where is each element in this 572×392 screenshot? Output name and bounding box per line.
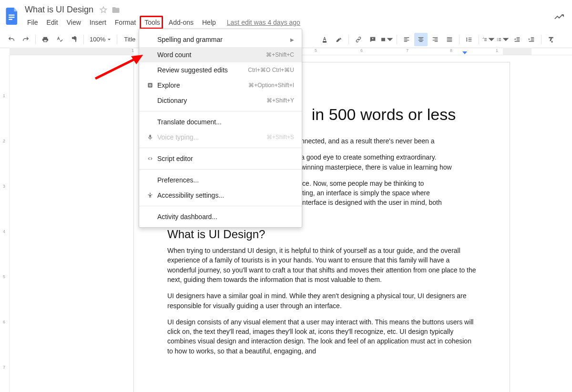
tools-item-label: Dictionary bbox=[157, 97, 266, 104]
insert-comment-button[interactable] bbox=[366, 33, 379, 46]
decrease-indent-button[interactable] bbox=[511, 33, 524, 46]
mic-icon bbox=[145, 134, 155, 141]
svg-rect-5 bbox=[337, 42, 342, 42]
title-bar: What is UI Design FileEditViewInsertForm… bbox=[0, 0, 572, 28]
insert-image-button[interactable] bbox=[380, 33, 394, 46]
text-color-button[interactable] bbox=[318, 33, 331, 46]
tools-item-label: Voice typing... bbox=[157, 133, 266, 141]
doc-paragraph[interactable]: UI design consists of any visual element… bbox=[167, 317, 476, 356]
menu-help[interactable]: Help bbox=[198, 17, 220, 28]
submenu-arrow-icon: ▶ bbox=[290, 37, 294, 42]
star-icon[interactable] bbox=[99, 6, 108, 14]
svg-point-10 bbox=[497, 40, 498, 41]
svg-rect-7 bbox=[373, 38, 373, 39]
tools-item-label: Script editor bbox=[157, 155, 294, 162]
tools-item-voice-typing: Voice typing...⌘+Shift+S bbox=[139, 130, 302, 145]
svg-rect-1 bbox=[9, 17, 14, 18]
tools-item-accessibility-settings[interactable]: Accessibility settings... bbox=[139, 188, 302, 203]
tools-item-explore[interactable]: Explore⌘+Option+Shift+I bbox=[139, 78, 302, 93]
align-center-button[interactable] bbox=[414, 33, 428, 46]
svg-rect-4 bbox=[323, 41, 327, 42]
svg-point-12 bbox=[150, 193, 151, 194]
tools-item-label: Translate document... bbox=[157, 118, 294, 126]
last-edit-link[interactable]: Last edit was 4 days ago bbox=[227, 19, 300, 26]
explore-icon bbox=[145, 82, 155, 89]
menu-view[interactable]: View bbox=[62, 17, 85, 28]
vertical-ruler[interactable]: 1234567 bbox=[0, 55, 10, 392]
doc-paragraph[interactable]: UI designers have a similar goal in mind… bbox=[167, 291, 476, 311]
tools-menu-dropdown: Spelling and grammar▶Word count⌘+Shift+C… bbox=[139, 29, 302, 228]
menu-add-ons[interactable]: Add-ons bbox=[164, 17, 198, 28]
align-left-button[interactable] bbox=[400, 33, 413, 46]
tools-item-label: Preferences... bbox=[157, 176, 294, 184]
shortcut-label: ⌘+Shift+S bbox=[266, 134, 294, 141]
undo-button[interactable] bbox=[5, 33, 18, 46]
tools-item-preferences[interactable]: Preferences... bbox=[139, 172, 302, 188]
tools-item-label: Spelling and grammar bbox=[157, 36, 286, 43]
folder-icon[interactable] bbox=[112, 6, 120, 14]
redo-button[interactable] bbox=[19, 33, 32, 46]
trend-icon[interactable] bbox=[554, 13, 564, 22]
tools-item-label: Review suggested edits bbox=[157, 66, 248, 74]
increase-indent-button[interactable] bbox=[525, 33, 538, 46]
accessibility-icon bbox=[145, 192, 155, 199]
tools-item-label: Activity dashboard... bbox=[157, 213, 294, 221]
tools-item-label: Explore bbox=[157, 81, 248, 89]
menu-format[interactable]: Format bbox=[111, 17, 140, 28]
bulleted-list-button[interactable] bbox=[496, 33, 510, 46]
spellcheck-button[interactable] bbox=[53, 33, 66, 46]
docs-logo-icon[interactable] bbox=[4, 5, 21, 27]
indent-marker-right[interactable] bbox=[462, 51, 467, 54]
line-spacing-button[interactable] bbox=[462, 33, 476, 46]
menu-edit[interactable]: Edit bbox=[42, 17, 62, 28]
insert-link-button[interactable] bbox=[352, 33, 365, 46]
tools-item-script-editor[interactable]: Script editor bbox=[139, 151, 302, 166]
paint-format-button[interactable] bbox=[67, 33, 81, 46]
menu-tools[interactable]: Tools bbox=[140, 17, 164, 28]
tools-item-spelling-and-grammar[interactable]: Spelling and grammar▶ bbox=[139, 32, 302, 47]
clear-formatting-button[interactable] bbox=[544, 33, 558, 46]
code-icon bbox=[145, 155, 155, 162]
tools-item-dictionary[interactable]: Dictionary⌘+Shift+Y bbox=[139, 93, 302, 108]
zoom-select[interactable]: 100% bbox=[87, 36, 114, 43]
tools-item-label: Accessibility settings... bbox=[157, 191, 294, 199]
menu-bar: FileEditViewInsertFormatToolsAdd-onsHelp… bbox=[23, 17, 300, 28]
doc-heading-2[interactable]: What is UI Design? bbox=[167, 228, 476, 241]
svg-rect-2 bbox=[9, 19, 12, 20]
checklist-button[interactable] bbox=[482, 33, 495, 46]
tools-item-word-count[interactable]: Word count⌘+Shift+C bbox=[139, 47, 302, 62]
svg-point-8 bbox=[497, 38, 498, 39]
svg-point-9 bbox=[497, 39, 498, 40]
menu-file[interactable]: File bbox=[23, 17, 42, 28]
align-right-button[interactable] bbox=[429, 33, 442, 46]
tools-item-activity-dashboard[interactable]: Activity dashboard... bbox=[139, 209, 302, 224]
tools-item-translate-document[interactable]: Translate document... bbox=[139, 114, 302, 130]
svg-rect-0 bbox=[9, 14, 14, 15]
shortcut-label: ⌘+Shift+C bbox=[266, 51, 294, 58]
document-title[interactable]: What is UI Design bbox=[23, 4, 95, 16]
print-button[interactable] bbox=[39, 33, 52, 46]
highlight-color-button[interactable] bbox=[332, 33, 346, 46]
align-justify-button[interactable] bbox=[443, 33, 456, 46]
doc-paragraph[interactable]: When trying to understand UI design, it … bbox=[167, 246, 476, 284]
shortcut-label: ⌘+Option+Shift+I bbox=[248, 82, 294, 89]
shortcut-label: ⌘+Shift+Y bbox=[266, 97, 294, 104]
svg-rect-11 bbox=[148, 83, 152, 87]
tools-item-label: Word count bbox=[157, 51, 266, 59]
tools-item-review-suggested-edits[interactable]: Review suggested editsCtrl+⌘O Ctrl+⌘U bbox=[139, 62, 302, 78]
svg-line-13 bbox=[95, 59, 136, 79]
shortcut-label: Ctrl+⌘O Ctrl+⌘U bbox=[248, 67, 294, 73]
menu-insert[interactable]: Insert bbox=[85, 17, 111, 28]
